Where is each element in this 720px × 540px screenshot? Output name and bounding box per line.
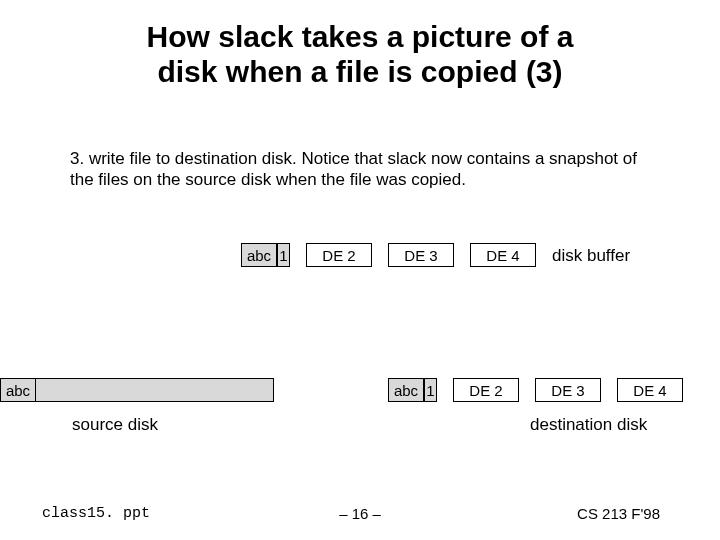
disk-buffer-cell-slack: 1 (277, 243, 290, 267)
destination-disk-cell-slack: 1 (424, 378, 437, 402)
destination-disk-cell-de4: DE 4 (617, 378, 683, 402)
destination-disk-cell-abc: abc (388, 378, 424, 402)
body-text: 3. write file to destination disk. Notic… (70, 148, 650, 191)
footer: class15. ppt – 16 – CS 213 F'98 (0, 502, 720, 522)
slide-title: How slack takes a picture of a disk when… (0, 20, 720, 89)
title-line-2: disk when a file is copied (3) (157, 55, 562, 88)
disk-buffer-cell-de3: DE 3 (388, 243, 454, 267)
source-disk-cell-abc: abc (0, 378, 36, 402)
disk-buffer-cell-de4: DE 4 (470, 243, 536, 267)
footer-course: CS 213 F'98 (577, 505, 660, 522)
destination-disk-label: destination disk (530, 415, 647, 435)
destination-disk-cell-de3: DE 3 (535, 378, 601, 402)
slide: How slack takes a picture of a disk when… (0, 0, 720, 540)
title-line-1: How slack takes a picture of a (147, 20, 574, 53)
disk-buffer-cell-abc: abc (241, 243, 277, 267)
source-disk-label: source disk (72, 415, 158, 435)
source-disk-slack (36, 378, 274, 402)
destination-disk-cell-de2: DE 2 (453, 378, 519, 402)
disk-buffer-label: disk buffer (552, 246, 630, 266)
disk-buffer-cell-de2: DE 2 (306, 243, 372, 267)
